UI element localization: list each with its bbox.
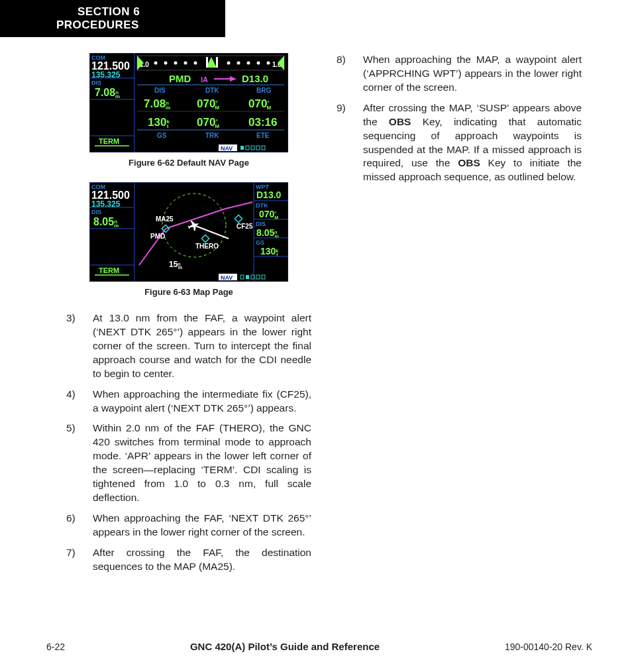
nav-page-svg: COM 121.500 135.325 DIS 7.08nm TERM: [89, 53, 288, 152]
svg-rect-66: [89, 229, 134, 265]
svg-text:TERM: TERM: [99, 137, 119, 145]
svg-text:TRK: TRK: [205, 132, 219, 139]
svg-text:CF25: CF25: [237, 223, 253, 230]
step-text: When approaching the FAF, ‘NEXT DTK 265°…: [93, 512, 311, 539]
svg-point-22: [257, 62, 260, 65]
svg-text:PMD: PMD: [169, 73, 191, 84]
step-text: At 13.0 nm from the FAF, a waypoint aler…: [93, 311, 311, 381]
step-text: When approaching the MAP, a waypoint ale…: [363, 53, 582, 95]
svg-text:TERM: TERM: [99, 266, 119, 274]
svg-text:DIS: DIS: [256, 221, 266, 227]
figure-6-63-caption: Figure 6-63 Map Page: [66, 287, 311, 297]
svg-text:15nm: 15nm: [169, 260, 182, 270]
step-number: 6): [66, 512, 93, 539]
svg-point-17: [184, 62, 187, 65]
svg-point-16: [174, 62, 178, 65]
svg-text:DTK: DTK: [256, 202, 268, 209]
svg-point-15: [164, 62, 168, 65]
svg-text:D13.0: D13.0: [256, 190, 282, 200]
svg-text:BRG: BRG: [256, 87, 271, 94]
step-3: 3) At 13.0 nm from the FAF, a waypoint a…: [66, 311, 311, 381]
step-number: 9): [337, 101, 363, 185]
svg-text:DIS: DIS: [154, 87, 166, 94]
svg-rect-97: [246, 275, 249, 279]
svg-rect-8: [89, 99, 134, 136]
content-area: COM 121.500 135.325 DIS 7.08nm TERM: [66, 53, 592, 581]
svg-text:MA25: MA25: [156, 215, 174, 223]
svg-text:D13.0: D13.0: [242, 73, 268, 84]
page-footer: 6-22 GNC 420(A) Pilot’s Guide and Refere…: [46, 641, 592, 652]
svg-text:DIS: DIS: [91, 209, 101, 215]
step-9: 9) After crossing the MAP, ‘SUSP’ appear…: [337, 101, 582, 185]
figure-6-63: COM 121.500 135.325 DIS 8.05nm TERM WPT …: [66, 182, 311, 297]
step-7: 7) After crossing the FAF, the destinati…: [66, 546, 311, 574]
step-number: 5): [66, 421, 93, 505]
right-column: 8) When approaching the MAP, a waypoint …: [337, 53, 582, 581]
step-8: 8) When approaching the MAP, a waypoint …: [337, 53, 582, 95]
steps-right: 8) When approaching the MAP, a waypoint …: [337, 53, 582, 184]
nav-page-display: COM 121.500 135.325 DIS 7.08nm TERM: [89, 53, 288, 152]
svg-rect-53: [240, 146, 244, 150]
map-page-display: COM 121.500 135.325 DIS 8.05nm TERM WPT …: [89, 182, 288, 282]
step-text: When approaching the intermediate fix (C…: [93, 388, 311, 416]
section-header: SECTION 6 PROCEDURES: [0, 0, 225, 37]
svg-text:130kt: 130kt: [260, 246, 278, 257]
svg-point-14: [154, 62, 158, 65]
step-6: 6) When approaching the FAF, ‘NEXT DTK 2…: [66, 512, 311, 539]
step-number: 7): [66, 546, 93, 574]
step-text: After crossing the FAF, the destination …: [93, 546, 311, 574]
svg-point-20: [237, 62, 240, 65]
left-column: COM 121.500 135.325 DIS 7.08nm TERM: [66, 53, 311, 581]
svg-text:IA: IA: [201, 76, 208, 84]
step-4: 4) When approaching the intermediate fix…: [66, 388, 311, 416]
footer-revision: 190-00140-20 Rev. K: [505, 642, 592, 652]
step-text: After crossing the MAP, ‘SUSP’ appears a…: [363, 101, 582, 185]
svg-point-21: [247, 62, 250, 65]
svg-point-19: [227, 62, 231, 65]
svg-rect-83: [134, 182, 254, 282]
svg-text:DIS: DIS: [91, 80, 101, 86]
svg-text:DTK: DTK: [205, 87, 219, 94]
svg-text:130kt: 130kt: [148, 116, 170, 129]
svg-text:PMD: PMD: [150, 233, 165, 240]
steps-left: 3) At 13.0 nm from the FAF, a waypoint a…: [66, 311, 311, 574]
page-number: 6-22: [46, 642, 65, 652]
step-number: 4): [66, 388, 93, 416]
svg-point-18: [194, 62, 197, 65]
footer-title: GNC 420(A) Pilot’s Guide and Reference: [190, 641, 380, 652]
step-text: Within 2.0 nm of the FAF (THERO), the GN…: [93, 421, 311, 505]
svg-text:NAV: NAV: [221, 145, 233, 152]
svg-text:ETE: ETE: [256, 132, 270, 139]
svg-text:GS: GS: [256, 239, 264, 246]
svg-text:NAV: NAV: [221, 274, 233, 281]
svg-text:THERO: THERO: [195, 243, 219, 250]
svg-rect-25: [206, 57, 208, 68]
svg-rect-82: [254, 256, 288, 282]
svg-text:03:16: 03:16: [248, 116, 277, 129]
figure-6-62-caption: Figure 6-62 Default NAV Page: [66, 158, 311, 168]
step-number: 8): [337, 53, 363, 95]
section-title: PROCEDURES: [56, 19, 139, 32]
figure-6-62: COM 121.500 135.325 DIS 7.08nm TERM: [66, 53, 311, 168]
svg-rect-26: [216, 57, 218, 68]
section-number: SECTION 6: [56, 5, 140, 19]
step-number: 3): [66, 311, 93, 381]
map-page-svg: COM 121.500 135.325 DIS 8.05nm TERM WPT …: [89, 182, 288, 282]
svg-point-23: [267, 62, 270, 65]
step-5: 5) Within 2.0 nm of the FAF (THERO), the…: [66, 421, 311, 505]
svg-text:GS: GS: [157, 132, 167, 139]
